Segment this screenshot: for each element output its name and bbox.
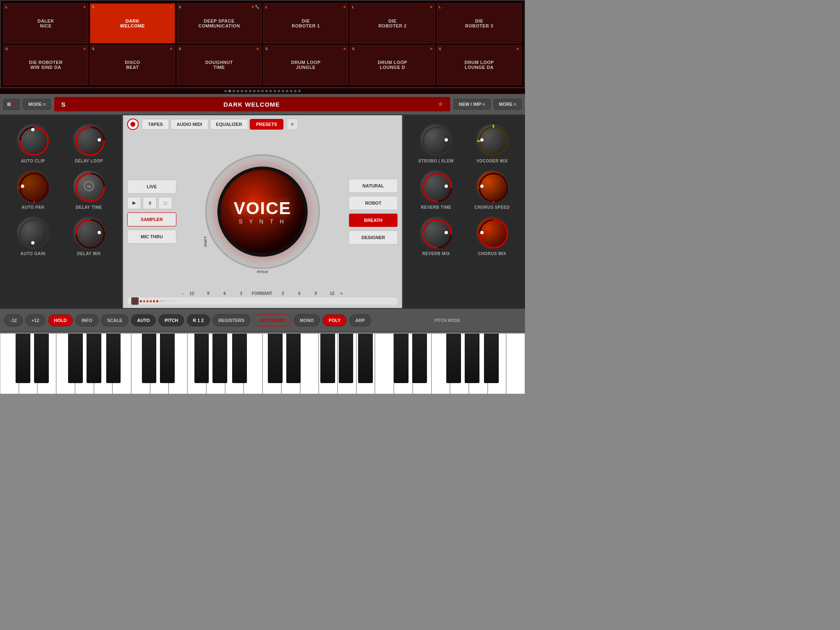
- black-key-eb2[interactable]: [160, 333, 175, 383]
- preset-drum-loop-lounge-da[interactable]: S ★ DRUM LOOPLOUNGE DA: [437, 45, 522, 85]
- formant-slider-handle[interactable]: [131, 297, 139, 305]
- delay-loop-ring: [74, 125, 107, 158]
- black-key-bb2[interactable]: [232, 333, 247, 383]
- preset-drum-loop-jungle[interactable]: S ★ DRUM LOOPJUNGLE: [263, 45, 348, 85]
- preset-deep-space-comm[interactable]: S 🔧 ★ DEEP SPACECOMMUNICATION: [177, 3, 262, 43]
- plus12-button[interactable]: +12: [25, 314, 46, 326]
- preset-name-display: S DARK WELCOME ★: [54, 97, 450, 112]
- scale-button[interactable]: SCALE: [101, 314, 128, 326]
- black-key-eb3[interactable]: [286, 333, 301, 383]
- poly-button[interactable]: POLY: [322, 314, 347, 326]
- synth-label: S Y N T H: [234, 218, 292, 225]
- preset-die-roboter-1[interactable]: L ★ DIEROBOTER 1: [263, 3, 348, 43]
- black-key-bb1[interactable]: [106, 333, 121, 383]
- add-tab-button[interactable]: +: [287, 119, 298, 130]
- live-button[interactable]: LIVE: [127, 180, 176, 194]
- registers-button[interactable]: REGISTERS: [212, 314, 251, 326]
- designer-button[interactable]: DESIGNER: [349, 231, 398, 244]
- white-key-b4[interactable]: [506, 333, 525, 394]
- natural-button[interactable]: NATURAL: [349, 179, 398, 193]
- tab-equalizer[interactable]: EQUALIZER: [210, 119, 249, 130]
- delay-time-knob[interactable]: ∞: [73, 170, 105, 203]
- preset-doughnut-time[interactable]: S ★ DOUGHNUTTIME: [177, 45, 262, 85]
- strobo-slew-label: STROBO | SLEW: [418, 159, 454, 163]
- preset-dark-welcome[interactable]: S ★ DARKWELCOME: [90, 3, 175, 43]
- mic-thru-button[interactable]: MIC THRU: [127, 230, 176, 244]
- white-key-b3[interactable]: [375, 333, 394, 394]
- stop-button[interactable]: □: [158, 197, 172, 209]
- formant-plus: +: [340, 291, 343, 296]
- tab-presets[interactable]: PRESETS: [250, 119, 283, 130]
- black-key-gs1[interactable]: [87, 333, 101, 383]
- knob-dot: [31, 241, 34, 244]
- black-key-bb3[interactable]: [358, 333, 373, 383]
- mode-button[interactable]: MODE ≡: [23, 99, 51, 110]
- preset-prefix: S: [58, 101, 69, 108]
- preset-die-roboter-wir[interactable]: S ★ DIE ROBOTERWIR SIND DA: [3, 45, 88, 85]
- black-key-cs3[interactable]: [268, 333, 283, 383]
- strobo-slew-knob[interactable]: [420, 123, 452, 156]
- knob-dot: [480, 138, 484, 142]
- black-key-fs4[interactable]: [446, 333, 461, 383]
- preset-drum-loop-lounge-d[interactable]: S ★ DRUM LOOPLOUNGE D: [350, 45, 435, 85]
- chorus-mix-knob-container: CHORUS MIX: [468, 216, 517, 256]
- black-key-cs1[interactable]: [16, 333, 30, 383]
- auto-gain-knob[interactable]: [16, 216, 49, 249]
- black-key-gs3[interactable]: [339, 333, 354, 383]
- preset-die-roboter-2[interactable]: L ★ DIEROBOTER 2: [350, 3, 435, 43]
- more-label: MORE ≡: [499, 102, 516, 107]
- black-key-gs4[interactable]: [465, 333, 479, 383]
- black-key-cs2[interactable]: [142, 333, 157, 383]
- record-button[interactable]: [127, 119, 139, 130]
- hold-button[interactable]: HOLD: [48, 314, 73, 326]
- preset-disco-beat[interactable]: S ★ DISCOBEAT: [90, 45, 175, 85]
- robot-button[interactable]: ROBOT: [349, 196, 398, 210]
- chorus-speed-knob[interactable]: [476, 170, 509, 203]
- sampler-button[interactable]: SAMPLER: [127, 212, 176, 226]
- auto-button[interactable]: AUTO: [131, 314, 156, 326]
- reverb-mix-knob[interactable]: [420, 216, 452, 249]
- black-key-bb4[interactable]: [484, 333, 499, 383]
- pitch-button[interactable]: PITCH: [158, 314, 184, 326]
- play-button[interactable]: ▶: [127, 197, 141, 209]
- black-key-cs4[interactable]: [394, 333, 409, 383]
- arp-button[interactable]: ARP: [349, 314, 371, 326]
- auto-pan-label: AUTO PAN: [22, 205, 44, 210]
- delay-time-knob-container: ∞ DELAY TIME: [64, 170, 114, 210]
- black-key-fs2[interactable]: [194, 333, 209, 383]
- new-imp-button[interactable]: NEW / IMP ≡: [454, 99, 491, 110]
- knob-dot: [480, 231, 484, 234]
- black-key-fs3[interactable]: [320, 333, 335, 383]
- tab-audio-midi[interactable]: AUDIO MIDI: [171, 119, 208, 130]
- preset-die-roboter-3[interactable]: L DIEROBOTER 3: [437, 3, 522, 43]
- auto-pan-knob[interactable]: [16, 170, 49, 203]
- formant-slider[interactable]: [127, 297, 398, 305]
- mono-button[interactable]: MONO: [294, 314, 320, 326]
- tab-tapes[interactable]: TAPES: [142, 119, 169, 130]
- black-key-gs2[interactable]: [212, 333, 227, 383]
- black-key-eb1[interactable]: [34, 333, 49, 383]
- main-dial[interactable]: // Will be rendered by JS below VOICE S …: [205, 154, 320, 269]
- minus12-button[interactable]: -12: [4, 314, 23, 326]
- breath-button[interactable]: BREATH: [349, 213, 398, 227]
- delay-time-ring: [74, 171, 107, 204]
- reverb-time-knob[interactable]: [420, 170, 452, 203]
- black-key-eb4[interactable]: [412, 333, 427, 383]
- more-button[interactable]: MORE ≡: [494, 99, 522, 110]
- star-icon: ★: [12, 102, 16, 107]
- delay-loop-knob[interactable]: [73, 123, 105, 156]
- white-key-e3[interactable]: [300, 333, 319, 394]
- delay-mix-knob[interactable]: [73, 216, 105, 249]
- preset-dalek-nice[interactable]: L ★ DALEKNICE: [3, 3, 88, 43]
- chorus-mix-label: CHORUS MIX: [478, 251, 506, 256]
- auto-clip-knob[interactable]: [16, 123, 49, 156]
- vocoder-mix-knob[interactable]: [476, 123, 509, 156]
- grid-button[interactable]: ⊞ ★: [3, 99, 20, 110]
- chorus-mix-knob[interactable]: [476, 216, 509, 249]
- black-key-fs1[interactable]: [68, 333, 83, 383]
- r12-button[interactable]: R 1 2: [187, 314, 210, 326]
- dial-inner: VOICE S Y N T H: [217, 167, 308, 257]
- keyboard-button[interactable]: KEYBOARD: [253, 314, 291, 326]
- info-button[interactable]: INFO: [75, 314, 98, 326]
- pause-button[interactable]: ⏸: [143, 197, 157, 209]
